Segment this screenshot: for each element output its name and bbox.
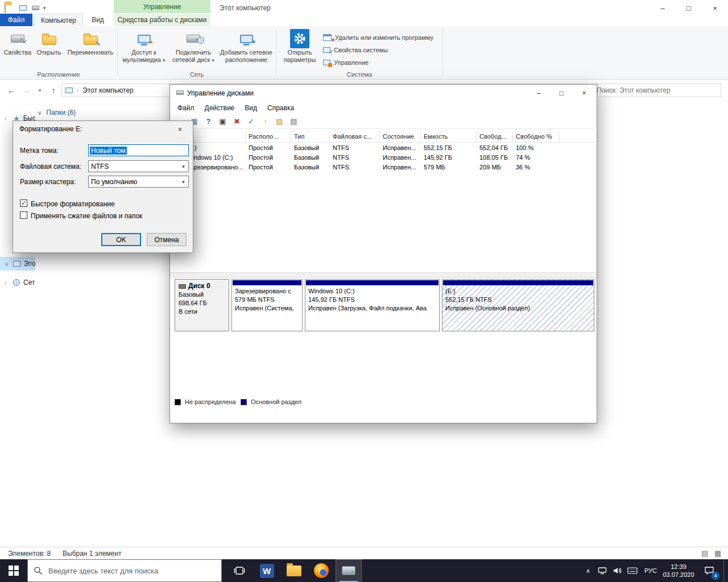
tray-clock[interactable]: 12:39 03.07.2020 (659, 559, 698, 582)
filesystem-select[interactable]: NTFS ▾ (88, 160, 189, 172)
partition-windows-c[interactable]: Windows 10 (C:) 145,92 ГБ NTFS Исправен … (305, 279, 440, 331)
minimize-button[interactable]: – (650, 0, 676, 16)
chevron-icon[interactable]: › (5, 115, 10, 122)
breadcrumb[interactable]: Этот компьютер (82, 86, 134, 94)
compression-checkbox[interactable] (20, 211, 27, 219)
tray-volume-icon[interactable] (610, 559, 624, 582)
pane-splitter[interactable] (170, 272, 597, 278)
qat-newfolder-icon[interactable] (32, 6, 39, 10)
system-properties-button[interactable]: ✓ Свойства системы (323, 44, 388, 56)
show-desktop-button[interactable] (723, 559, 728, 582)
tab-view[interactable]: Вид (84, 14, 111, 26)
column-header-layout[interactable]: Располо... (246, 131, 291, 143)
open-settings-button[interactable]: Открыть параметры (281, 28, 318, 64)
format-dialog-titlebar[interactable]: Форматирование E: × (13, 121, 193, 138)
manage-button[interactable]: Управление (323, 57, 369, 68)
taskbar-diskmgmt-icon[interactable] (336, 559, 362, 582)
column-header-freepct[interactable]: Свободно % (513, 131, 560, 143)
map-network-drive-button[interactable]: Подключить сетевой диск ▾ (169, 28, 218, 64)
help-icon[interactable]: ? (202, 115, 215, 127)
recent-locations-icon[interactable]: ▾ (33, 84, 47, 97)
taskbar-search-input[interactable] (48, 567, 216, 575)
taskbar-firefox-icon[interactable] (308, 559, 334, 582)
taskbar-word-icon[interactable]: W (254, 559, 280, 582)
tab-computer[interactable]: Компьютер (34, 14, 83, 26)
tray-language-indicator[interactable]: РУС (640, 559, 661, 582)
close-button[interactable]: × (702, 0, 728, 16)
uninstall-program-button[interactable]: × Удалить или изменить программу (323, 32, 433, 43)
tray-action-center[interactable]: 4 (697, 559, 721, 582)
column-header-free[interactable]: Свобод... (477, 131, 513, 143)
volume-label-input[interactable]: Новый том (88, 144, 189, 156)
volume-row[interactable]: Зарезервировано... Простой Базовый NTFS … (174, 162, 596, 172)
up-level-icon[interactable]: ↑ (259, 115, 272, 127)
task-view-button[interactable] (226, 559, 253, 582)
tab-drive-tools[interactable]: Средства работы с дисками (114, 14, 210, 26)
media-access-button[interactable]: ▸ Доступ к мультимедиа ▾ (120, 28, 168, 64)
details-icon[interactable]: ▤ (287, 115, 300, 127)
delete-volume-icon[interactable]: ✖ (230, 115, 243, 127)
diskmgmt-titlebar[interactable]: Управление дисками – □ × (170, 85, 597, 102)
properties-icon[interactable]: ✓ (245, 115, 258, 127)
forward-button[interactable]: → (19, 84, 33, 97)
column-header-status[interactable]: Состояние (380, 131, 421, 143)
tray-show-hidden-icons[interactable]: ∧ (582, 559, 594, 582)
start-button[interactable] (0, 559, 27, 582)
folders-group-header[interactable]: ∨ Папки (6) (38, 109, 76, 117)
icons-view-toggle-icon[interactable]: ▦ (714, 549, 721, 558)
partition-color-strip (443, 280, 593, 285)
properties-button[interactable]: ✓ Свойства (2, 28, 33, 56)
open-button[interactable]: Открыть (34, 28, 64, 56)
qat-customize-icon[interactable]: ▾ (43, 5, 46, 11)
minimize-button[interactable]: – (527, 85, 550, 101)
volume-row[interactable]: (E:) Простой Базовый NTFS Исправен... 55… (174, 143, 596, 152)
column-header-filesystem[interactable]: Файловая с... (330, 131, 380, 143)
tray-network-icon[interactable] (595, 559, 610, 582)
sidebar-item-this-pc[interactable]: ∨ Этот компьютер (0, 257, 35, 271)
explorer-search-input[interactable] (597, 86, 716, 94)
compression-label[interactable]: Применять сжатие файлов и папок (31, 212, 142, 220)
cancel-button[interactable]: Отмена (147, 233, 187, 246)
qat-properties-icon[interactable] (19, 5, 27, 11)
tab-file[interactable]: Файл (0, 14, 32, 26)
ok-button[interactable]: OK (101, 233, 141, 246)
chevron-down-icon: ▾ (179, 161, 188, 172)
partition-status: Исправен (Система, (235, 304, 299, 313)
column-header-type[interactable]: Тип (291, 131, 330, 143)
map-drive-label-1: Подключить (176, 49, 211, 56)
close-button[interactable]: × (573, 85, 595, 101)
add-network-location-button[interactable]: + Добавить сетевое расположение (219, 28, 274, 64)
column-header-capacity[interactable]: Емкость (421, 131, 477, 143)
show-window-icon[interactable]: ▣ (216, 115, 229, 127)
taskbar-explorer-icon[interactable] (281, 559, 307, 582)
disk0-name: Диск 0 (188, 282, 210, 290)
menu-action[interactable]: Действие (200, 102, 240, 114)
quick-format-checkbox[interactable]: ✓ (20, 199, 27, 207)
menu-file[interactable]: Файл (172, 102, 200, 114)
ribbon-group-location: ✓ Свойства Открыть ✎ Переименовать Распо… (0, 26, 117, 79)
maximize-button[interactable]: □ (676, 0, 702, 16)
disk0-kind: Базовый (179, 290, 225, 299)
menu-view[interactable]: Вид (239, 102, 262, 114)
sidebar-item-network[interactable]: › Сеть (0, 276, 35, 289)
partition-system-reserved[interactable]: Зарезервировано с 579 МБ NTFS Исправен (… (231, 279, 303, 331)
cluster-size-select[interactable]: По умолчанию ▾ (88, 176, 189, 188)
maximize-button[interactable]: □ (550, 85, 573, 101)
chevron-icon[interactable]: ∨ (5, 261, 10, 267)
details-view-toggle-icon[interactable]: ▤ (701, 549, 708, 558)
disk0-header[interactable]: Диск 0 Базовый 698,64 ГБ В сети (175, 279, 229, 331)
partition-e-formatting[interactable]: (E:) 552,15 ГБ NTFS Исправен (Основной р… (442, 279, 594, 331)
chevron-icon[interactable]: › (5, 280, 10, 286)
menu-help[interactable]: Справка (262, 102, 299, 114)
tray-keyboard-icon[interactable] (624, 559, 640, 582)
change-view-icon[interactable]: ▨ (273, 115, 286, 127)
volume-row[interactable]: Windows 10 (C:) Простой Базовый NTFS Исп… (174, 152, 596, 162)
explorer-search-box[interactable] (592, 84, 721, 97)
quick-format-label[interactable]: Быстрое форматирование (31, 200, 115, 208)
rename-button[interactable]: ✎ Переименовать (65, 28, 116, 56)
up-button[interactable]: ↑ (47, 84, 60, 97)
close-button[interactable]: × (167, 121, 193, 138)
taskbar-search-box[interactable] (27, 559, 222, 582)
chevron-down-icon[interactable]: ∨ (38, 110, 42, 116)
back-button[interactable]: ← (5, 84, 18, 97)
